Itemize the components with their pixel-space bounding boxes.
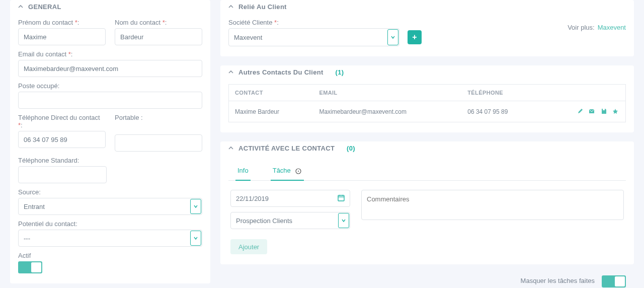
caret-down-icon[interactable] bbox=[387, 29, 398, 45]
svg-marker-2 bbox=[613, 109, 618, 114]
chevron-up-icon bbox=[18, 4, 23, 9]
svg-rect-1 bbox=[603, 109, 605, 110]
svg-rect-5 bbox=[338, 195, 344, 201]
section-title: Relié Au Client bbox=[238, 3, 287, 11]
activity-tabs: Info Tâche bbox=[228, 160, 626, 181]
section-head-other-contacts[interactable]: Autres Contacts Du Client (1) bbox=[228, 65, 626, 79]
chevron-up-icon bbox=[228, 146, 233, 151]
panel-client: Relié Au Client Société Cliente *: + Voi… bbox=[220, 0, 634, 56]
activity-date-value[interactable] bbox=[230, 190, 350, 207]
section-title: ACTIVITÉ AVEC LE CONTACT bbox=[238, 145, 335, 152]
cell-phone: 06 34 07 95 89 bbox=[461, 101, 539, 122]
add-client-button[interactable]: + bbox=[408, 30, 422, 44]
cursor-icon bbox=[295, 168, 303, 176]
mask-done-toggle[interactable] bbox=[602, 275, 626, 287]
source-value[interactable] bbox=[18, 198, 202, 215]
email-input[interactable] bbox=[18, 60, 202, 77]
first-name-input[interactable] bbox=[18, 28, 106, 45]
star-icon[interactable] bbox=[611, 107, 619, 115]
chevron-up-icon bbox=[228, 4, 233, 9]
company-value[interactable] bbox=[228, 28, 399, 46]
svg-point-3 bbox=[296, 169, 301, 174]
col-contact: CONTACT bbox=[229, 85, 313, 101]
edit-icon[interactable] bbox=[576, 107, 584, 115]
see-more-label: Voir plus: bbox=[568, 24, 594, 31]
col-phone: TÉLÉPHONE bbox=[461, 85, 539, 101]
activity-date-input[interactable] bbox=[230, 190, 350, 207]
company-label: Société Cliente *: bbox=[228, 19, 399, 26]
section-title: Autres Contacts Du Client bbox=[238, 68, 324, 76]
mobile-label: Portable : bbox=[115, 114, 202, 121]
position-label: Poste occupé: bbox=[18, 82, 202, 90]
potential-value[interactable] bbox=[18, 230, 202, 247]
col-email: EMAIL bbox=[313, 85, 461, 101]
comments-textarea[interactable] bbox=[361, 190, 624, 220]
save-icon[interactable] bbox=[600, 107, 608, 115]
caret-down-icon[interactable] bbox=[338, 213, 349, 228]
mobile-input[interactable] bbox=[115, 134, 202, 152]
section-head-client[interactable]: Relié Au Client bbox=[228, 0, 626, 14]
section-title: GENERAL bbox=[28, 3, 61, 11]
add-activity-button[interactable]: Ajouter bbox=[230, 239, 267, 254]
direct-phone-label: Téléphone Direct du contact *: bbox=[18, 114, 106, 129]
see-more-link[interactable]: Maxevent bbox=[598, 24, 626, 31]
other-contacts-table: CONTACT EMAIL TÉLÉPHONE Maxime Bardeur M… bbox=[228, 84, 626, 122]
standard-phone-label: Téléphone Standard: bbox=[18, 157, 107, 164]
other-contacts-count: (1) bbox=[336, 68, 344, 76]
last-name-label: Nom du contact *: bbox=[115, 19, 202, 26]
potential-select[interactable] bbox=[18, 230, 202, 247]
tab-task[interactable]: Tâche bbox=[271, 160, 304, 180]
activity-type-value[interactable] bbox=[230, 212, 350, 229]
mask-done-row: Masquer les tâches faites bbox=[220, 273, 634, 287]
position-input[interactable] bbox=[18, 92, 202, 109]
plus-icon: + bbox=[412, 33, 417, 42]
source-select[interactable] bbox=[18, 198, 202, 215]
standard-phone-input[interactable] bbox=[18, 166, 107, 183]
calendar-icon[interactable] bbox=[337, 194, 345, 203]
active-toggle[interactable] bbox=[18, 261, 42, 273]
potential-label: Potentiel du contact: bbox=[18, 220, 202, 228]
active-label: Actif bbox=[18, 252, 202, 259]
direct-phone-input[interactable] bbox=[18, 131, 106, 148]
table-row: Maxime Bardeur Maximebardeur@maxevent.co… bbox=[229, 101, 626, 122]
source-label: Source: bbox=[18, 188, 202, 196]
section-head-activity[interactable]: ACTIVITÉ AVEC LE CONTACT (0) bbox=[228, 141, 626, 155]
panel-activity: ACTIVITÉ AVEC LE CONTACT (0) Info Tâche bbox=[220, 141, 634, 264]
svg-point-4 bbox=[298, 171, 299, 172]
company-select[interactable] bbox=[228, 28, 399, 46]
caret-down-icon[interactable] bbox=[190, 231, 201, 246]
activity-count: (0) bbox=[347, 145, 355, 152]
col-actions bbox=[540, 85, 626, 101]
section-head-general[interactable]: GENERAL bbox=[18, 0, 202, 14]
cell-email: Maximebardeur@maxevent.com bbox=[313, 101, 461, 122]
email-label: Email du contact *: bbox=[18, 50, 202, 58]
mail-icon[interactable] bbox=[588, 107, 596, 115]
mask-done-label: Masquer les tâches faites bbox=[521, 277, 595, 284]
panel-general: GENERAL Prénom du contact *: Nom du cont… bbox=[10, 0, 210, 283]
chevron-up-icon bbox=[228, 69, 233, 75]
cell-contact: Maxime Bardeur bbox=[229, 101, 313, 122]
first-name-label: Prénom du contact *: bbox=[18, 19, 106, 26]
caret-down-icon[interactable] bbox=[190, 199, 201, 214]
panel-other-contacts: Autres Contacts Du Client (1) CONTACT EM… bbox=[220, 65, 634, 132]
activity-type-select[interactable] bbox=[230, 212, 350, 229]
last-name-input[interactable] bbox=[115, 28, 202, 45]
tab-info[interactable]: Info bbox=[235, 160, 251, 180]
